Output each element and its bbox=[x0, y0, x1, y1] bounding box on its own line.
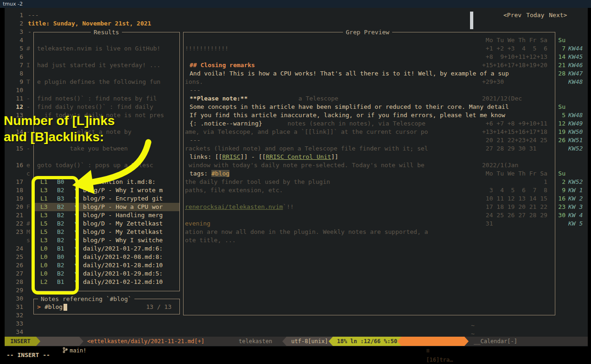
calendar-week-days: 31 bbox=[482, 220, 493, 228]
calendar-day-sunday[interactable]: 14 bbox=[554, 53, 566, 61]
buffer-line-fragment: T bbox=[26, 78, 30, 86]
mode-indicator: INSERT bbox=[5, 337, 36, 346]
line-number: 12 bbox=[5, 103, 23, 111]
preview-text: --- bbox=[190, 87, 200, 94]
result-title: blog/D - My Zettelkast bbox=[83, 220, 163, 228]
calendar-day-sunday[interactable]: 5 bbox=[554, 111, 566, 119]
preview-line: !!!!!!!!!!!! bbox=[185, 44, 229, 53]
preview-text: ]] - [[ bbox=[241, 153, 266, 160]
calendar-week-number: KW52 bbox=[568, 144, 583, 153]
powerline-separator bbox=[282, 337, 286, 346]
calendar-week-days: +1 +2 +3 4 5 6 bbox=[482, 44, 547, 53]
calendar-day-sunday[interactable]: 7 bbox=[554, 44, 566, 53]
line-number: 3 bbox=[5, 28, 23, 36]
preview-text: `!! bbox=[283, 203, 293, 210]
preview-line: ions. bbox=[185, 78, 203, 86]
result-title: daily/2021-02-08.md:8: bbox=[83, 253, 163, 261]
tmux-titlebar: tmux -2 bbox=[0, 0, 591, 8]
result-title: blog/P - How a CPU wor bbox=[83, 203, 163, 211]
preview-text: {: .notice--warning} bbox=[190, 120, 262, 127]
preview-text: ## Closing remarks bbox=[190, 62, 255, 69]
calendar-sunday-header: Su bbox=[554, 103, 566, 111]
buffer-line-fragment: s bbox=[26, 236, 30, 245]
prompt-window-title: Notes referencing `#blog` bbox=[38, 295, 134, 303]
plugin-name: telekasten bbox=[239, 337, 272, 346]
buffer-line: title: Sunday, November 21st, 2021 bbox=[28, 19, 151, 28]
search-input[interactable]: #blog bbox=[44, 303, 63, 311]
line-number: 34 bbox=[5, 328, 23, 336]
calendar-week-number: KW49 bbox=[568, 119, 583, 128]
calendar-day-sunday[interactable]: 23 bbox=[554, 203, 566, 211]
calendar-weekday-header: Mo Tu We Th Fr Sa bbox=[482, 36, 547, 44]
preview-text: notes (search in notes), via Telescope bbox=[262, 120, 426, 127]
calendar-day-sunday[interactable]: 16 bbox=[554, 195, 566, 203]
calendar-week-days: 3 4 5 6 7 8 bbox=[482, 186, 547, 195]
calendar-day-sunday[interactable]: 19 bbox=[554, 128, 566, 136]
calendar-weekday-header: Mo Tu We Th Fr Sa bbox=[482, 169, 547, 178]
git-branch-icon bbox=[63, 347, 68, 353]
preview-text: links: [[ bbox=[190, 153, 222, 160]
results-window-title: Results bbox=[91, 28, 122, 37]
preview-text: tags: bbox=[190, 170, 211, 177]
calendar-week-days: 10 11 12 13 14 15 bbox=[482, 195, 547, 203]
buffer-line-fragment: e bbox=[26, 161, 30, 169]
line-number: 21 bbox=[5, 211, 23, 220]
line-number: 25 bbox=[5, 253, 23, 261]
calendar-day-sunday[interactable]: 26 bbox=[554, 136, 566, 144]
result-title: blog/P - Handling merg bbox=[83, 211, 163, 220]
terminal-screen: tmux -2 Results Grep Preview Notes refer… bbox=[0, 0, 591, 364]
preview-text: ions. bbox=[185, 78, 203, 85]
line-number: 8 bbox=[5, 69, 23, 78]
preview-text: window with today's daily note pre-selec… bbox=[185, 162, 425, 169]
result-title: daily/2021-02-12.md:10 bbox=[83, 278, 163, 286]
annotation-arrow bbox=[60, 137, 167, 201]
calendar-month-title: 2022/1(Jan bbox=[482, 161, 518, 169]
cursor-position: 18% ln :12/66 %:50 bbox=[333, 337, 401, 346]
line-number: 7 bbox=[5, 61, 23, 69]
calendar-day-sunday[interactable]: 9 bbox=[554, 186, 566, 195]
calendar-week-number: KW50 bbox=[568, 128, 583, 136]
line-number: 19 bbox=[5, 195, 23, 203]
note-link[interactable]: RRISC Control Unit bbox=[266, 153, 331, 160]
calendar-week-days: +6 +7 +8 +9+10+11 bbox=[482, 119, 547, 128]
calendar-week-days: 1 bbox=[482, 178, 547, 186]
preview-line: --- bbox=[190, 136, 200, 144]
git-branch-segment: main! bbox=[36, 337, 79, 346]
whitespace-warning: ≡ [16]tra… bbox=[401, 337, 464, 346]
line-number: 16 bbox=[5, 161, 23, 169]
result-counter: 13 / 13 bbox=[139, 303, 172, 311]
calendar-day-sunday[interactable]: 2 bbox=[554, 178, 566, 186]
calendar-week-days: 20 21 22+23+24 25 bbox=[482, 136, 547, 144]
git-branch-name: main! bbox=[70, 347, 86, 354]
calendar-next-button[interactable]: Next> bbox=[549, 11, 567, 19]
line-number: 23 bbox=[5, 228, 23, 236]
empty-line-tilde: ~ bbox=[471, 321, 475, 330]
line-number: 1 bbox=[5, 11, 23, 19]
calendar-week-days: 27 28 29 30 31 bbox=[482, 144, 536, 153]
calendar-sunday-header: Su bbox=[554, 36, 566, 44]
note-link[interactable]: RRISC bbox=[222, 153, 240, 160]
calendar-week-number: KW 2 bbox=[568, 195, 583, 203]
calendar-day-sunday[interactable]: 28 bbox=[554, 69, 566, 78]
results-bg-text: e plugin defines the following fun bbox=[37, 78, 160, 86]
buffer-line: - bbox=[28, 28, 32, 36]
tag-badge: #blog bbox=[211, 170, 229, 177]
preview-line: window with today's daily note pre-selec… bbox=[185, 161, 425, 169]
buffer-line-fragment: # bbox=[26, 44, 30, 53]
calendar-day-sunday[interactable]: 12 bbox=[554, 119, 566, 128]
calendar-prev-button[interactable]: <Prev bbox=[503, 11, 521, 19]
buffer-line-fragment: I bbox=[26, 61, 30, 69]
calendar-today-button[interactable]: Today bbox=[526, 11, 544, 19]
preview-line: tags: #blog bbox=[190, 169, 229, 178]
grep-preview-title: Grep Preview bbox=[343, 28, 392, 37]
preview-line: evening bbox=[185, 220, 210, 228]
buffer-line-fragment: - bbox=[26, 103, 30, 111]
line-number: 33 bbox=[5, 320, 23, 328]
buffer-line-fragment: F bbox=[26, 203, 30, 211]
calendar-day-sunday[interactable]: 30 bbox=[554, 211, 566, 220]
results-bg-text: telekasten.nvim is live on GitHub! bbox=[37, 44, 160, 53]
preview-line: ame, via Telescope, and place a `[[link]… bbox=[185, 128, 428, 136]
calendar-day-sunday[interactable]: 21 bbox=[554, 61, 566, 69]
line-number: 20 bbox=[5, 203, 23, 211]
line-number: 27 bbox=[5, 270, 23, 278]
